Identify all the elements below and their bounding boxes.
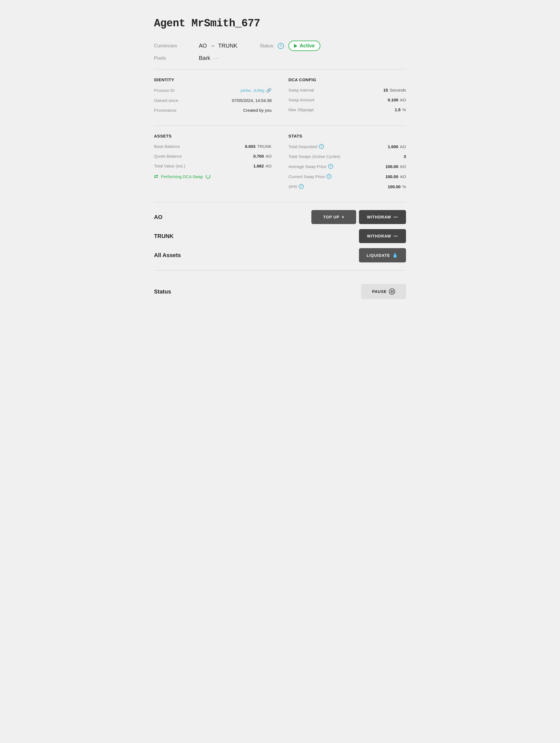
status-section: Status ? Active [260,41,320,51]
pause-icon [389,289,395,295]
currency-from: AO [199,43,207,49]
dca-config-section: DCA CONFIG Swap Interval 15 Seconds Swap… [288,77,406,118]
topup-button[interactable]: TOP UP + [311,210,356,224]
liquidate-label: LIQUIDATE [367,253,390,258]
max-slippage-row: Max Slippage 1.5 % [288,107,406,112]
dca-status: ⇄ Performing DCA Swap [154,173,272,179]
all-assets-btn-group: LIQUIDATE 💧 [359,248,406,262]
drop-icon: 💧 [392,253,398,258]
identity-title: IDENTITY [154,77,272,82]
avg-swap-price-row: Average Swap Price ? 100.00 AO [288,164,406,169]
provenance-value: Created by you [243,108,272,113]
swap-interval-row: Swap Interval 15 Seconds [288,88,406,92]
agent-name: MrSmith_677 [191,17,260,30]
provenance-label: Provenance [154,108,176,113]
status-help-icon[interactable]: ? [278,43,284,49]
liquidate-button[interactable]: LIQUIDATE 💧 [359,248,406,262]
trunk-withdraw-label: WITHDRAW [367,234,391,238]
max-slippage-label: Max Slippage [288,107,314,112]
pause-button[interactable]: PAUSE [361,284,406,299]
trunk-withdraw-button[interactable]: WITHDRAW — [359,229,406,243]
spr-help-icon[interactable]: ? [299,184,304,189]
all-assets-label: All Assets [154,252,181,259]
ao-withdraw-label: WITHDRAW [367,215,391,219]
pools-row: Pools Bark ··· [154,55,406,61]
ao-action-row: AO TOP UP + WITHDRAW — [154,210,406,224]
pool-name: Bark [199,55,210,61]
swap-amount-value: 0.100 AO [388,97,406,102]
stats-section: STATS Total Deposited ? 1.000 AO Total S… [288,134,406,194]
quote-balance-value: 0.700 AO [253,154,272,159]
dca-config-title: DCA CONFIG [288,77,406,82]
pools-value: Bark ··· [199,55,220,61]
agent-prefix: Agent [154,17,191,30]
owned-since-row: Owned since 07/05/2024, 14:54:38 [154,98,272,103]
owned-since-value: 07/05/2024, 14:54:38 [232,98,272,103]
currencies-label: Currencies [154,43,199,49]
divider-1 [154,69,406,70]
identity-section: IDENTITY Process ID p43w...tUWg 🔗 Owned … [154,77,272,118]
swap-amount-label: Swap Amount [288,97,315,102]
active-text: Active [299,43,315,49]
all-assets-action-row: All Assets LIQUIDATE 💧 [154,248,406,262]
pools-label: Pools [154,55,199,61]
divider-3 [154,202,406,202]
ao-label: AO [154,214,162,220]
base-balance-label: Base Balance [154,144,180,149]
spr-label: SPR ? [288,184,304,189]
identity-dca-section: IDENTITY Process ID p43w...tUWg 🔗 Owned … [154,77,406,118]
provenance-row: Provenance Created by you [154,108,272,113]
trunk-label: TRUNK [154,233,174,239]
trunk-action-row: TRUNK WITHDRAW — [154,229,406,243]
pause-bar-right [392,290,393,293]
page-title: Agent MrSmith_677 [154,17,406,30]
trunk-btn-group: WITHDRAW — [359,229,406,243]
pools-dots[interactable]: ··· [213,55,220,61]
status-bottom-label: Status [154,289,171,295]
total-deposited-value: 1.000 AO [388,144,406,149]
total-swaps-row: Total Swaps (Active Cycles) 3 [288,154,406,159]
assets-title: ASSETS [154,134,272,138]
dca-status-text: Performing DCA Swap [161,174,203,179]
total-swaps-label: Total Swaps (Active Cycles) [288,154,340,159]
currencies-value: AO → TRUNK [199,43,237,49]
base-balance-row: Base Balance 0.003 TRUNK [154,144,272,149]
stats-title: STATS [288,134,406,138]
process-id-row: Process ID p43w...tUWg 🔗 [154,88,272,93]
ao-withdraw-button[interactable]: WITHDRAW — [359,210,406,224]
swap-arrows-icon: ⇄ [154,173,158,179]
trunk-minus-icon: — [393,233,398,238]
currency-to: TRUNK [218,43,237,49]
topup-label: TOP UP [323,215,339,219]
current-swap-price-value: 100.00 AO [385,174,406,179]
total-deposited-row: Total Deposited ? 1.000 AO [288,144,406,149]
spr-row: SPR ? 100.00 % [288,184,406,189]
assets-stats-section: ASSETS Base Balance 0.003 TRUNK Quote Ba… [154,134,406,194]
currencies-row: Currencies AO → TRUNK Status ? Active [154,41,406,51]
total-value-row: Total Value (est.) 1.682 AO [154,164,272,168]
process-id-value[interactable]: p43w...tUWg 🔗 [240,88,272,93]
avg-swap-price-label: Average Swap Price ? [288,164,333,169]
total-deposited-help-icon[interactable]: ? [319,144,324,149]
quote-balance-row: Quote Balance 0.700 AO [154,154,272,159]
max-slippage-value: 1.5 % [395,107,406,112]
total-value-value: 1.682 AO [253,164,272,168]
current-swap-price-label: Current Swap Price ? [288,174,331,179]
ao-minus-icon: — [393,215,398,220]
process-id-label: Process ID [154,88,175,93]
owned-since-label: Owned since [154,98,178,103]
base-balance-value: 0.003 TRUNK [245,144,272,149]
plus-icon: + [341,215,344,220]
arrow-icon: → [210,43,215,49]
page-container: Agent MrSmith_677 Currencies AO → TRUNK … [146,6,414,737]
assets-section: ASSETS Base Balance 0.003 TRUNK Quote Ba… [154,134,272,194]
current-swap-price-row: Current Swap Price ? 100.00 AO [288,174,406,179]
ao-btn-group: TOP UP + WITHDRAW — [311,210,406,224]
avg-swap-price-help-icon[interactable]: ? [328,164,333,169]
spr-value: 100.00 % [388,184,406,189]
current-swap-price-help-icon[interactable]: ? [326,174,331,179]
pause-label: PAUSE [372,289,387,294]
swap-interval-value: 15 Seconds [383,88,406,92]
swap-amount-row: Swap Amount 0.100 AO [288,97,406,102]
active-badge: Active [288,41,320,51]
